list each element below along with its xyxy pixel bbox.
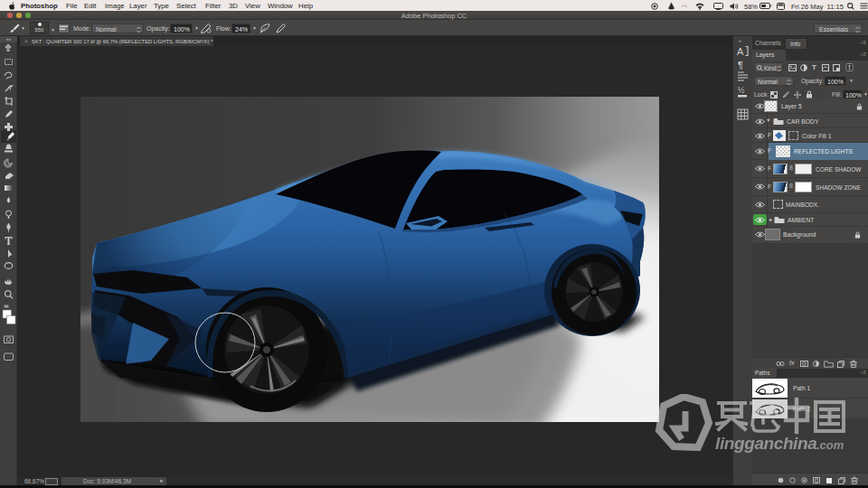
- svg-text:lingganchina: lingganchina: [715, 434, 817, 453]
- svg-text:¶: ¶: [738, 60, 743, 70]
- svg-text:A: A: [737, 46, 744, 57]
- svg-text:½: ½: [738, 86, 745, 95]
- svg-text:.com: .com: [816, 438, 844, 452]
